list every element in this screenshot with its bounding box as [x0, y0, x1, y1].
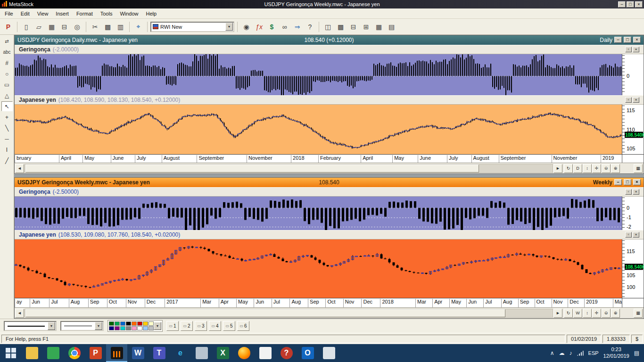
taskbar-metastock[interactable]: [106, 344, 127, 362]
cut-button[interactable]: ✂: [89, 21, 101, 33]
palette-color-15[interactable]: [149, 326, 154, 330]
palette-color-5[interactable]: [137, 321, 142, 326]
text-tool-button[interactable]: abc: [1, 47, 13, 57]
palette-color-3[interactable]: [126, 321, 131, 326]
taskbar-notepad[interactable]: [255, 344, 276, 362]
refresh-button[interactable]: ↻: [564, 164, 573, 173]
dock-handle-icon[interactable]: ⇄: [1, 36, 13, 46]
line-style-combo[interactable]: ▼: [4, 321, 57, 331]
panel-close-button[interactable]: ×: [633, 189, 639, 195]
taskbar-outlook[interactable]: O: [297, 344, 318, 362]
zoom-in-button[interactable]: ⊕: [611, 164, 620, 173]
menu-tools[interactable]: Tools: [97, 9, 116, 18]
crosshair-tool-button[interactable]: +: [1, 112, 13, 122]
weekly-close-button[interactable]: ×: [633, 179, 641, 185]
template-button-5[interactable]: ▭5: [223, 321, 235, 331]
weekly-maximize-button[interactable]: □: [624, 179, 631, 185]
onedrive-icon[interactable]: ☁: [559, 350, 565, 356]
network-icon[interactable]: [577, 351, 584, 356]
daily-maximize-button[interactable]: □: [624, 37, 631, 43]
scrollbar-thumb[interactable]: [25, 165, 479, 173]
vertical-scale-button[interactable]: ↕: [583, 309, 592, 318]
menu-edit[interactable]: Edit: [17, 9, 33, 18]
app-minimize-button[interactable]: –: [618, 1, 626, 8]
daily-scrollbar[interactable]: [25, 164, 553, 173]
new-button[interactable]: ▯: [20, 21, 32, 33]
print-preview-button[interactable]: ◎: [71, 21, 83, 33]
zoom-in-button[interactable]: ⊕: [611, 309, 620, 318]
taskbar-excel[interactable]: X: [212, 344, 233, 362]
menu-file[interactable]: File: [1, 9, 17, 18]
palette-color-10[interactable]: [120, 326, 125, 330]
taskbar-clock[interactable]: 0:23 12/01/2019: [603, 346, 629, 360]
palette-color-7[interactable]: [149, 321, 154, 326]
page-layout-button[interactable]: ▦: [634, 309, 643, 318]
scroll-left-button[interactable]: ◄: [15, 309, 24, 318]
tile-vertical-button[interactable]: ⊞: [360, 21, 372, 33]
palette-color-9[interactable]: [115, 326, 120, 330]
explore-find-button[interactable]: ∞: [279, 21, 290, 33]
layout-combo[interactable]: RWI New ▼: [150, 22, 234, 32]
paste-button[interactable]: ▥: [115, 21, 126, 33]
panel-restore-button[interactable]: ▫: [625, 97, 632, 103]
weekly-indicator-plot[interactable]: [15, 197, 622, 230]
panel-restore-button[interactable]: ▫: [625, 47, 632, 52]
weekly-price-plot[interactable]: [15, 239, 622, 298]
taskbar-console[interactable]: [318, 344, 339, 362]
cascade-windows-button[interactable]: ▩: [335, 21, 347, 33]
save-button[interactable]: ▦: [46, 21, 58, 33]
weekly-scrollbar[interactable]: [25, 309, 553, 318]
tile-horizontal-button[interactable]: ⊟: [347, 21, 359, 33]
tile-grid-button[interactable]: ▦: [373, 21, 385, 33]
palette-color-2[interactable]: [120, 321, 125, 326]
panel-restore-button[interactable]: ▫: [625, 232, 632, 238]
downloader-button[interactable]: ⇒: [291, 21, 303, 33]
palette-color-6[interactable]: [143, 321, 148, 326]
trendline-tool-button[interactable]: ╲: [1, 123, 13, 133]
taskbar-sticky-notes[interactable]: [42, 344, 64, 362]
palette-color-0[interactable]: [109, 321, 114, 326]
rectangle-tool-button[interactable]: ▭: [1, 80, 13, 90]
template-button-4[interactable]: ▭4: [209, 321, 221, 331]
template-button-1[interactable]: ▭1: [166, 321, 179, 331]
arrange-icons-button[interactable]: ▤: [386, 21, 397, 33]
scroll-left-button[interactable]: ◄: [15, 164, 24, 173]
volume-icon[interactable]: ♪: [570, 350, 572, 356]
line-weight-dropdown-icon[interactable]: ▼: [95, 322, 102, 330]
scrollbar-thumb[interactable]: [25, 309, 505, 317]
refresh-button[interactable]: ↻: [564, 309, 573, 318]
palette-color-11[interactable]: [126, 326, 131, 330]
taskbar-word[interactable]: W: [127, 344, 149, 362]
zoom-out-button[interactable]: ⊖: [602, 164, 611, 173]
language-indicator[interactable]: ESP: [588, 350, 599, 356]
new-window-button[interactable]: ◫: [322, 21, 334, 33]
menu-insert[interactable]: Insert: [52, 9, 73, 18]
panel-restore-button[interactable]: ▫: [625, 189, 632, 195]
symbol-grid-tool-button[interactable]: #: [1, 58, 13, 68]
taskbar-internet-explorer[interactable]: e: [170, 344, 191, 362]
taskbar-teams[interactable]: T: [149, 344, 170, 362]
indicator-builder-button[interactable]: ƒx: [253, 21, 265, 33]
pan-button[interactable]: ✛: [592, 164, 601, 173]
panel-close-button[interactable]: ×: [633, 97, 639, 103]
start-button[interactable]: [0, 344, 21, 362]
pan-button[interactable]: ✛: [592, 309, 601, 318]
vertical-line-tool-button[interactable]: I: [1, 145, 13, 155]
taskbar-file-explorer[interactable]: [21, 344, 42, 362]
system-tester-button[interactable]: $: [266, 21, 278, 33]
copy-button[interactable]: ▩: [102, 21, 114, 33]
action-center-icon[interactable]: ▤: [634, 350, 639, 356]
crosshair-button[interactable]: ⌖: [132, 21, 144, 33]
line-style-dropdown-icon[interactable]: ▼: [48, 322, 55, 330]
taskbar-chrome[interactable]: [64, 344, 85, 362]
layout-combo-dropdown-icon[interactable]: ▼: [225, 23, 233, 31]
taskbar-help[interactable]: ?: [276, 344, 297, 362]
open-button[interactable]: ▱: [33, 21, 45, 33]
daily-window-titlebar[interactable]: USDJPY Geringonça Daily.mwc - Japanese y…: [15, 35, 644, 45]
explorer-button[interactable]: ◉: [240, 21, 252, 33]
template-button-2[interactable]: ▭2: [181, 321, 193, 331]
pointer-tool-button[interactable]: ↖: [1, 101, 13, 111]
menu-window[interactable]: Window: [116, 9, 142, 18]
triangle-tool-button[interactable]: △: [1, 90, 13, 100]
palette-color-14[interactable]: [143, 326, 148, 330]
